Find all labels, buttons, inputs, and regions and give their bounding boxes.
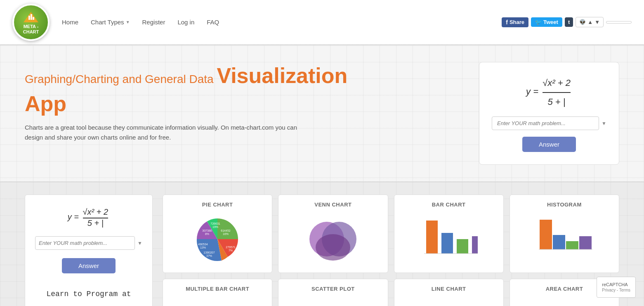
- multiple-bar-chart-card[interactable]: MULTIPLE BAR CHART: [163, 279, 272, 306]
- social-bar: f Share 🐦 Tweet t 👽 ▲ ▼: [502, 17, 632, 27]
- nav-register[interactable]: Register: [142, 19, 165, 26]
- nav-chart-types-link[interactable]: Chart Types: [91, 19, 124, 26]
- score-box: [606, 21, 632, 24]
- nav-login[interactable]: Log in: [177, 19, 194, 26]
- hero-answer-button[interactable]: Answer: [522, 137, 576, 152]
- svg-text:490534: 490534: [198, 243, 208, 246]
- hero-math-input-row: ▼: [492, 116, 606, 130]
- twitter-icon: 🐦: [535, 19, 542, 25]
- pie-chart-card[interactable]: PIE CHART 614452: [163, 195, 272, 273]
- svg-rect-4: [33, 17, 34, 20]
- recaptcha-links: Privacy - Terms: [602, 288, 630, 292]
- svg-text:1390207: 1390207: [203, 251, 215, 254]
- svg-rect-23: [472, 236, 478, 254]
- nav-faq[interactable]: FAQ: [207, 19, 219, 26]
- venn-chart-visual: [285, 212, 381, 266]
- reddit-icon: 👽: [579, 19, 586, 25]
- svg-rect-2: [28, 16, 30, 20]
- card-math-input[interactable]: [35, 236, 135, 250]
- svg-rect-27: [566, 241, 578, 249]
- svg-text:7%: 7%: [229, 249, 233, 252]
- main-section: y = √x² + 2 5 + | ▼ Answer Learn to Prog…: [0, 182, 644, 306]
- tweet-label: Tweet: [543, 19, 558, 25]
- line-chart-visual: [401, 296, 497, 306]
- line-chart-card[interactable]: LINE CHART: [394, 279, 504, 306]
- svg-point-19: [316, 234, 350, 261]
- svg-rect-26: [553, 235, 565, 249]
- svg-text:726631: 726631: [210, 222, 220, 225]
- hero-section: Graphing/Charting and General Data Visua…: [0, 45, 644, 182]
- hero-title: Graphing/Charting and General Data Visua…: [25, 62, 462, 118]
- scatter-plot-card[interactable]: SCATTER PLOT: [278, 279, 388, 306]
- svg-text:279571: 279571: [226, 246, 235, 249]
- histogram-visual: [517, 212, 612, 266]
- card-dropdown-icon: ▼: [137, 240, 142, 246]
- svg-rect-28: [579, 236, 592, 249]
- venn-chart-title: VENN CHART: [314, 202, 351, 208]
- hero-math-input[interactable]: [492, 116, 599, 130]
- recaptcha-label: reCAPTCHA: [602, 282, 630, 287]
- svg-rect-21: [441, 233, 453, 254]
- tumblr-label: t: [568, 19, 570, 25]
- bar-chart-visual: [401, 212, 497, 266]
- svg-rect-20: [426, 221, 438, 254]
- dropdown-arrow-icon: ▼: [602, 121, 606, 126]
- card-answer-button[interactable]: Answer: [62, 258, 116, 273]
- upvote-icon: ▲: [587, 19, 593, 25]
- svg-text:16%: 16%: [223, 232, 229, 235]
- hero-math-widget: y = √x² + 2 5 + | ▼ Answer: [479, 62, 619, 165]
- math-solver-card: y = √x² + 2 5 + | ▼ Answer Learn to Prog…: [25, 195, 153, 306]
- learn-text: Learn to Program at: [46, 290, 131, 298]
- histogram-title: HISTOGRAM: [547, 202, 582, 208]
- tumblr-button[interactable]: t: [565, 17, 573, 27]
- main-nav: Home Chart Types ▼ Register Log in FAQ: [62, 19, 502, 26]
- histogram-card[interactable]: HISTOGRAM: [510, 195, 619, 273]
- multiple-bar-chart-visual: [170, 296, 265, 306]
- bar-chart-card[interactable]: BAR CHART: [394, 195, 504, 273]
- svg-text:614452: 614452: [221, 229, 230, 232]
- facebook-share-button[interactable]: f Share: [502, 17, 528, 27]
- scatter-plot-visual: [285, 296, 381, 306]
- area-chart-title: AREA CHART: [546, 286, 583, 292]
- svg-text:8%: 8%: [205, 232, 209, 235]
- hero-title-big: Visualization: [217, 64, 347, 88]
- nav-chart-types[interactable]: Chart Types ▼: [91, 19, 130, 26]
- share-label: Share: [510, 19, 524, 25]
- nav-home[interactable]: Home: [62, 19, 78, 26]
- logo[interactable]: META -CHART: [12, 4, 50, 41]
- venn-chart-card[interactable]: VENN CHART: [278, 195, 388, 273]
- chevron-down-icon: ▼: [126, 20, 130, 24]
- logo-text: META -CHART: [23, 24, 39, 34]
- scatter-plot-title: SCATTER PLOT: [311, 286, 355, 292]
- card-input-row: ▼: [35, 236, 142, 250]
- svg-text:37%: 37%: [206, 254, 212, 257]
- twitter-tweet-button[interactable]: 🐦 Tweet: [531, 17, 562, 27]
- multiple-bar-chart-title: MULTIPLE BAR CHART: [186, 286, 249, 292]
- svg-text:307380: 307380: [202, 229, 212, 232]
- downvote-icon: ▼: [594, 19, 600, 25]
- svg-text:19%: 19%: [212, 225, 218, 228]
- header: META -CHART Home Chart Types ▼ Register …: [0, 0, 644, 45]
- hero-formula: y = √x² + 2 5 + |: [526, 75, 572, 110]
- recaptcha-box: reCAPTCHA Privacy - Terms: [597, 277, 636, 298]
- line-chart-title: LINE CHART: [432, 286, 466, 292]
- card-formula: y = √x² + 2 5 + |: [68, 207, 110, 228]
- pie-chart-title: PIE CHART: [202, 202, 233, 208]
- pie-chart-visual: 614452 16% 279571 7% 1390207 37% 490534 …: [170, 212, 265, 266]
- svg-text:13%: 13%: [200, 246, 206, 249]
- hero-content: Graphing/Charting and General Data Visua…: [25, 62, 462, 142]
- svg-rect-3: [31, 14, 32, 20]
- hero-title-part1: Graphing/Charting and General Data: [25, 73, 217, 85]
- facebook-icon: f: [506, 19, 508, 26]
- chart-grid: PIE CHART 614452: [163, 195, 619, 306]
- svg-rect-22: [457, 239, 468, 254]
- bar-chart-title: BAR CHART: [432, 202, 466, 208]
- hero-description: Charts are a great tool because they com…: [25, 123, 314, 142]
- hero-title-part2: App: [25, 92, 66, 116]
- reddit-button[interactable]: 👽 ▲ ▼: [576, 17, 604, 27]
- svg-rect-25: [540, 220, 552, 249]
